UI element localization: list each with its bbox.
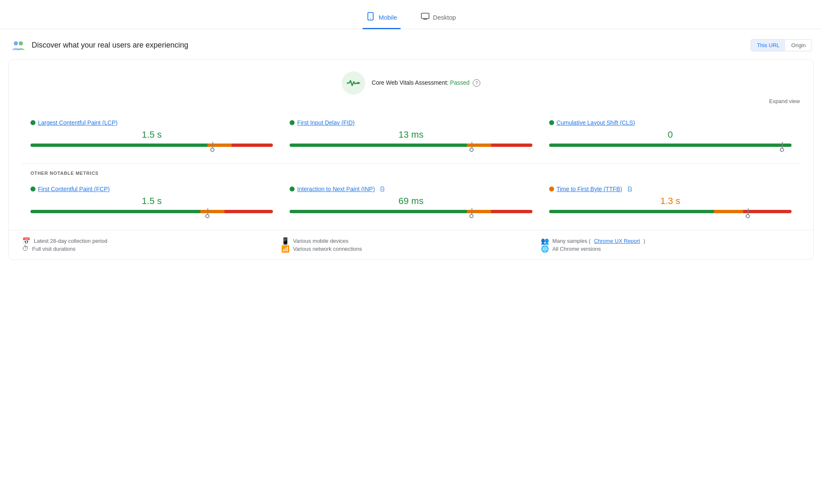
- tab-desktop-label: Desktop: [433, 14, 456, 21]
- other-metrics-label: OTHER NOTABLE METRICS: [22, 171, 800, 176]
- main-card: Core Web Vitals Assessment: Passed ? Exp…: [8, 59, 814, 260]
- metric-name-fid[interactable]: First Input Delay (FID): [297, 119, 355, 126]
- metric-dot-fid: [290, 120, 295, 125]
- footer-item-2-2: 📶Various network connections: [281, 245, 540, 253]
- metric-bar-fid: [290, 144, 532, 147]
- header-left: Discover what your real users are experi…: [10, 37, 188, 53]
- svg-point-1: [370, 18, 371, 19]
- metric-cell-fid: First Input Delay (FID) 13 ms: [281, 113, 540, 155]
- assessment-header: Core Web Vitals Assessment: Passed ?: [22, 71, 800, 95]
- help-icon[interactable]: ?: [473, 79, 480, 87]
- footer-text-3-1: Many samples (: [552, 238, 591, 244]
- other-metrics-grid: First Contentful Paint (FCP) 1.5 s Inter…: [22, 179, 800, 222]
- metric-value-fid: 13 ms: [290, 129, 532, 140]
- metric-cell-ttfb: Time to First Byte (TTFB) 1.3 s: [541, 179, 800, 222]
- card-footer: 📅Latest 28-day collection period⏱Full vi…: [9, 230, 813, 260]
- bar-orange-fcp: [200, 210, 224, 213]
- bar-orange-fid: [467, 144, 491, 147]
- metric-cell-lcp: Largest Contentful Paint (LCP) 1.5 s: [22, 113, 281, 155]
- footer-icon-3-1: 👥: [541, 237, 549, 245]
- svg-rect-2: [421, 13, 429, 19]
- footer-icon-3-2: 🌐: [541, 245, 549, 253]
- tab-desktop[interactable]: Desktop: [417, 7, 459, 29]
- metric-name-fcp[interactable]: First Contentful Paint (FCP): [38, 186, 110, 192]
- tab-mobile[interactable]: Mobile: [363, 7, 400, 29]
- metric-name-ttfb[interactable]: Time to First Byte (TTFB): [557, 186, 622, 192]
- mobile-icon: [366, 12, 375, 23]
- bar-green-fcp: [30, 210, 200, 213]
- expand-view[interactable]: Expand view: [22, 98, 800, 104]
- bar-red-lcp: [232, 144, 273, 147]
- bar-thumb-fcp: [205, 214, 209, 218]
- bar-green-inp: [290, 210, 466, 213]
- metric-name-inp[interactable]: Interaction to Next Paint (INP): [297, 186, 375, 192]
- metric-name-lcp[interactable]: Largest Contentful Paint (LCP): [38, 119, 118, 126]
- metric-cell-fcp: First Contentful Paint (FCP) 1.5 s: [22, 179, 281, 222]
- footer-col-2: 📱Various mobile devices📶Various network …: [281, 237, 540, 253]
- metric-label-inp: Interaction to Next Paint (INP): [290, 186, 532, 192]
- metric-cell-cls: Cumulative Layout Shift (CLS) 0: [541, 113, 800, 155]
- vitals-icon: [342, 71, 365, 95]
- metric-name-cls[interactable]: Cumulative Layout Shift (CLS): [557, 119, 635, 126]
- footer-item-2-1: 📱Various mobile devices: [281, 237, 540, 245]
- metric-label-fcp: First Contentful Paint (FCP): [30, 186, 273, 192]
- bar-track-fcp: [30, 210, 273, 213]
- footer-text-2-2: Various network connections: [293, 246, 362, 252]
- bar-track-cls: [549, 144, 792, 147]
- assessment-status: Passed: [450, 79, 470, 86]
- svg-point-4: [19, 41, 23, 45]
- metric-bar-fcp: [30, 210, 273, 213]
- metric-dot-fcp: [30, 186, 35, 192]
- footer-text-3-2: All Chrome versions: [552, 246, 601, 252]
- metric-label-ttfb: Time to First Byte (TTFB): [549, 186, 792, 192]
- tab-mobile-label: Mobile: [378, 14, 397, 21]
- metric-value-fcp: 1.5 s: [30, 196, 273, 207]
- bar-thumb-cls: [780, 148, 784, 152]
- footer-text-after-3-1: ): [643, 238, 645, 244]
- metric-cell-inp: Interaction to Next Paint (INP) 69 ms: [281, 179, 540, 222]
- header-row: Discover what your real users are experi…: [0, 29, 822, 59]
- bar-green-ttfb: [549, 210, 714, 213]
- assessment-title-container: Core Web Vitals Assessment: Passed ?: [372, 79, 480, 87]
- metric-dot-lcp: [30, 120, 35, 125]
- metric-value-lcp: 1.5 s: [30, 129, 273, 140]
- metric-value-cls: 0: [549, 129, 792, 140]
- desktop-icon: [421, 12, 430, 23]
- metric-dot-ttfb: [549, 186, 554, 192]
- footer-icon-1-2: ⏱: [22, 245, 29, 252]
- core-metrics-grid: Largest Contentful Paint (LCP) 1.5 s Fir…: [22, 113, 800, 155]
- bar-thumb-inp: [469, 214, 474, 218]
- tab-bar: Mobile Desktop: [0, 0, 822, 29]
- bar-red-fid: [491, 144, 532, 147]
- footer-text-1-1: Latest 28-day collection period: [34, 238, 107, 244]
- footer-item-3-2: 🌐All Chrome versions: [541, 245, 800, 253]
- bar-track-inp: [290, 210, 532, 213]
- beta-icon: [380, 186, 386, 192]
- metric-value-ttfb: 1.3 s: [549, 196, 792, 207]
- footer-icon-2-2: 📶: [281, 245, 290, 253]
- bar-orange-ttfb: [714, 210, 743, 213]
- beta-icon: [627, 186, 633, 192]
- metric-label-cls: Cumulative Layout Shift (CLS): [549, 119, 792, 126]
- this-url-button[interactable]: This URL: [751, 40, 785, 51]
- footer-link-3-1[interactable]: Chrome UX Report: [594, 238, 640, 244]
- bar-red-ttfb: [743, 210, 792, 213]
- metric-bar-lcp: [30, 144, 273, 147]
- bar-track-lcp: [30, 144, 273, 147]
- footer-col-3: 👥Many samples (Chrome UX Report)🌐All Chr…: [541, 237, 800, 253]
- bar-green-cls: [549, 144, 792, 147]
- metric-bar-ttfb: [549, 210, 792, 213]
- bar-red-fcp: [224, 210, 273, 213]
- metric-value-inp: 69 ms: [290, 196, 532, 207]
- bar-thumb-fid: [469, 148, 474, 152]
- bar-green-lcp: [30, 144, 207, 147]
- footer-item-1-2: ⏱Full visit durations: [22, 245, 281, 252]
- bar-track-fid: [290, 144, 532, 147]
- header-title: Discover what your real users are experi…: [32, 41, 188, 50]
- origin-button[interactable]: Origin: [785, 40, 812, 51]
- footer-item-3-1: 👥Many samples (Chrome UX Report): [541, 237, 800, 245]
- footer-icon-1-1: 📅: [22, 237, 30, 245]
- bar-thumb-ttfb: [746, 214, 750, 218]
- svg-point-3: [14, 41, 18, 45]
- bar-red-inp: [491, 210, 532, 213]
